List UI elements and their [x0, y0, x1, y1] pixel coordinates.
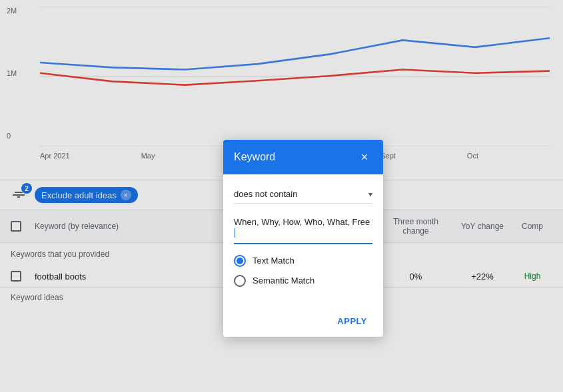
- radio-text-match-inner: [237, 258, 243, 264]
- modal-body: does not contain ▾ When, Why, How, Who, …: [223, 174, 383, 308]
- dropdown-arrow-icon: ▾: [368, 190, 372, 199]
- modal-close-button[interactable]: ×: [356, 149, 372, 165]
- radio-semantic-match-label: Semantic Match: [253, 276, 314, 286]
- modal-footer: APPLY: [223, 308, 383, 337]
- radio-text-match[interactable]: Text Match: [234, 255, 372, 267]
- radio-text-match-button[interactable]: [234, 255, 246, 267]
- keyword-modal: Keyword × does not contain ▾ When, Why, …: [223, 140, 383, 337]
- modal-header: Keyword ×: [223, 140, 383, 174]
- modal-text-input[interactable]: When, Why, How, Who, What, Free: [234, 214, 372, 244]
- modal-radio-group: Text Match Semantic Match: [234, 255, 372, 287]
- radio-text-match-label: Text Match: [253, 256, 294, 266]
- radio-semantic-match[interactable]: Semantic Match: [234, 275, 372, 287]
- modal-text-input-container: When, Why, How, Who, What, Free: [234, 214, 372, 244]
- text-cursor: [235, 228, 235, 238]
- modal-dropdown[interactable]: does not contain ▾: [234, 185, 372, 204]
- dropdown-value: does not contain: [234, 189, 297, 199]
- modal-apply-button[interactable]: APPLY: [332, 313, 372, 329]
- modal-text-value-text: When, Why, How, Who, What, Free: [234, 217, 370, 227]
- modal-title: Keyword: [234, 151, 275, 163]
- radio-semantic-match-button[interactable]: [234, 275, 246, 287]
